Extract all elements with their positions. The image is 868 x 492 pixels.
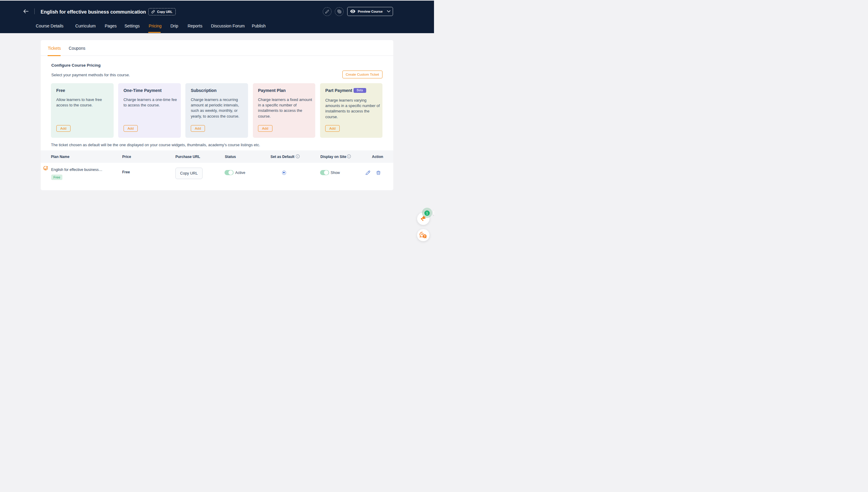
svg-text:?: ? [424, 234, 425, 238]
